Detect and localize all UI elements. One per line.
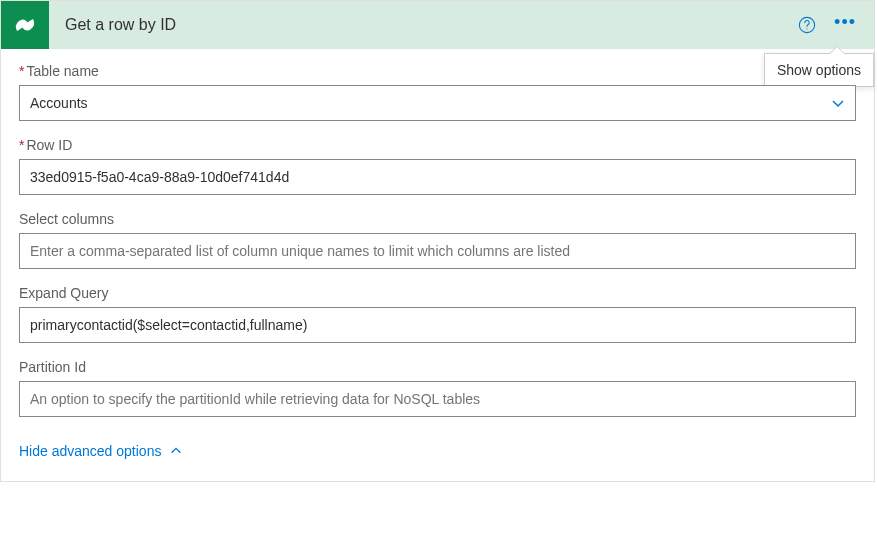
table-name-label: *Table name: [19, 63, 856, 79]
expand-query-label: Expand Query: [19, 285, 856, 301]
partition-id-label: Partition Id: [19, 359, 856, 375]
help-icon[interactable]: [798, 16, 816, 34]
connector-logo: [1, 1, 49, 49]
svg-point-1: [807, 28, 808, 29]
field-expand-query: Expand Query: [19, 285, 856, 343]
more-options-icon[interactable]: •••: [834, 13, 856, 31]
row-id-input[interactable]: [19, 159, 856, 195]
select-columns-label: Select columns: [19, 211, 856, 227]
field-partition-id: Partition Id: [19, 359, 856, 417]
field-row-id: *Row ID: [19, 137, 856, 195]
expand-query-input[interactable]: [19, 307, 856, 343]
chevron-up-icon: [169, 444, 183, 458]
dataverse-icon: [11, 11, 39, 39]
select-columns-input[interactable]: [19, 233, 856, 269]
field-select-columns: Select columns: [19, 211, 856, 269]
card-header: Get a row by ID ••• Show options: [1, 1, 874, 49]
field-table-name: *Table name: [19, 63, 856, 121]
advanced-toggle-label: Hide advanced options: [19, 443, 161, 459]
partition-id-input[interactable]: [19, 381, 856, 417]
header-actions: •••: [798, 16, 874, 34]
card-body: *Table name *Row ID Select columns Expan…: [1, 49, 874, 481]
hide-advanced-options-link[interactable]: Hide advanced options: [19, 433, 183, 473]
action-card: Get a row by ID ••• Show options *Table …: [0, 0, 875, 482]
more-options-tooltip: Show options: [764, 53, 874, 87]
table-name-select[interactable]: [19, 85, 856, 121]
card-title: Get a row by ID: [65, 16, 798, 34]
table-name-input[interactable]: [19, 85, 856, 121]
row-id-label: *Row ID: [19, 137, 856, 153]
